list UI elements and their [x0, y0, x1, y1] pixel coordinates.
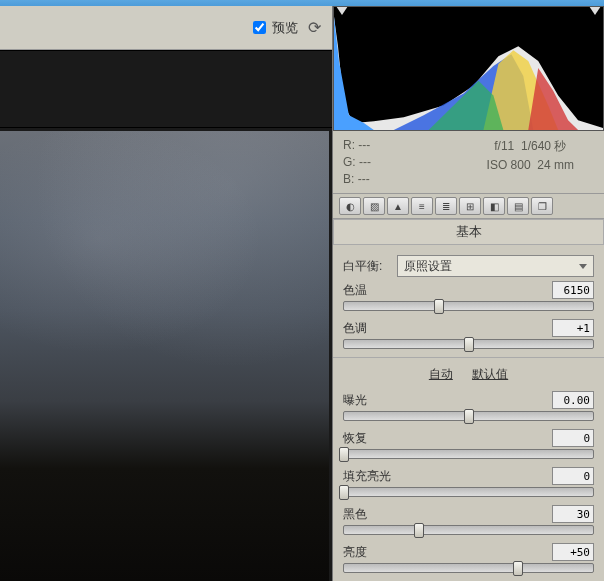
filmstrip-area — [0, 50, 332, 128]
recovery-track[interactable] — [343, 449, 594, 459]
basic-panel-icon[interactable]: ◐ — [339, 197, 361, 215]
bright-value[interactable] — [552, 543, 594, 561]
bright-thumb[interactable] — [513, 561, 523, 576]
histogram[interactable] — [333, 6, 604, 131]
fill-track[interactable] — [343, 487, 594, 497]
wb-label: 白平衡: — [343, 258, 391, 275]
highlight-clip-toggle[interactable] — [589, 6, 601, 15]
fill-value[interactable] — [552, 467, 594, 485]
default-link[interactable]: 默认值 — [472, 367, 508, 381]
presets-panel-icon[interactable]: ❐ — [531, 197, 553, 215]
preview-image — [0, 131, 329, 581]
exposure-track[interactable] — [343, 411, 594, 421]
preview-label: 预览 — [272, 19, 298, 37]
camera-panel-icon[interactable]: ▤ — [507, 197, 529, 215]
bright-slider-row: 亮度 — [343, 543, 594, 573]
photo-viewport[interactable] — [0, 128, 332, 581]
exposure-thumb[interactable] — [464, 409, 474, 424]
basic-panel: 白平衡: 原照设置 色温 色调 自动 默认值 — [333, 245, 604, 581]
auto-link[interactable]: 自动 — [429, 367, 453, 381]
shadow-clip-toggle[interactable] — [336, 6, 348, 15]
preview-checkbox[interactable] — [253, 21, 266, 34]
fx-panel-icon[interactable]: ◧ — [483, 197, 505, 215]
wb-dropdown[interactable]: 原照设置 — [397, 255, 594, 277]
temp-label: 色温 — [343, 282, 367, 299]
black-value[interactable] — [552, 505, 594, 523]
panel-icon-row: ◐ ▨ ▲ ≡ ≣ ⊞ ◧ ▤ ❐ — [333, 194, 604, 219]
lens-panel-icon[interactable]: ⊞ — [459, 197, 481, 215]
black-track[interactable] — [343, 525, 594, 535]
section-header-basic: 基本 — [333, 219, 604, 245]
tint-track[interactable] — [343, 339, 594, 349]
tint-thumb[interactable] — [464, 337, 474, 352]
tint-label: 色调 — [343, 320, 367, 337]
preview-bar: 预览 ⟳ — [0, 6, 332, 50]
hsl-panel-icon[interactable]: ≡ — [411, 197, 433, 215]
split-panel-icon[interactable]: ≣ — [435, 197, 457, 215]
fill-label: 填充亮光 — [343, 468, 391, 485]
recovery-value[interactable] — [552, 429, 594, 447]
exposure-slider-row: 曝光 — [343, 391, 594, 421]
auto-default-links: 自动 默认值 — [343, 366, 594, 383]
recovery-thumb[interactable] — [339, 447, 349, 462]
histogram-svg — [334, 7, 603, 130]
bright-track[interactable] — [343, 563, 594, 573]
fill-thumb[interactable] — [339, 485, 349, 500]
fill-slider-row: 填充亮光 — [343, 467, 594, 497]
detail-panel-icon[interactable]: ▲ — [387, 197, 409, 215]
temp-value[interactable] — [552, 281, 594, 299]
black-slider-row: 黑色 — [343, 505, 594, 535]
tint-slider-row: 色调 — [343, 319, 594, 349]
curve-panel-icon[interactable]: ▨ — [363, 197, 385, 215]
black-thumb[interactable] — [414, 523, 424, 538]
exposure-label: 曝光 — [343, 392, 367, 409]
refresh-icon[interactable]: ⟳ — [304, 18, 324, 38]
bright-label: 亮度 — [343, 544, 367, 561]
exposure-value[interactable] — [552, 391, 594, 409]
recovery-slider-row: 恢复 — [343, 429, 594, 459]
temp-slider-row: 色温 — [343, 281, 594, 311]
tint-value[interactable] — [552, 319, 594, 337]
metadata-strip: R: --- G: --- B: --- f/11 1/640 秒 ISO 80… — [333, 131, 604, 194]
temp-thumb[interactable] — [434, 299, 444, 314]
black-label: 黑色 — [343, 506, 367, 523]
recovery-label: 恢复 — [343, 430, 367, 447]
temp-track[interactable] — [343, 301, 594, 311]
